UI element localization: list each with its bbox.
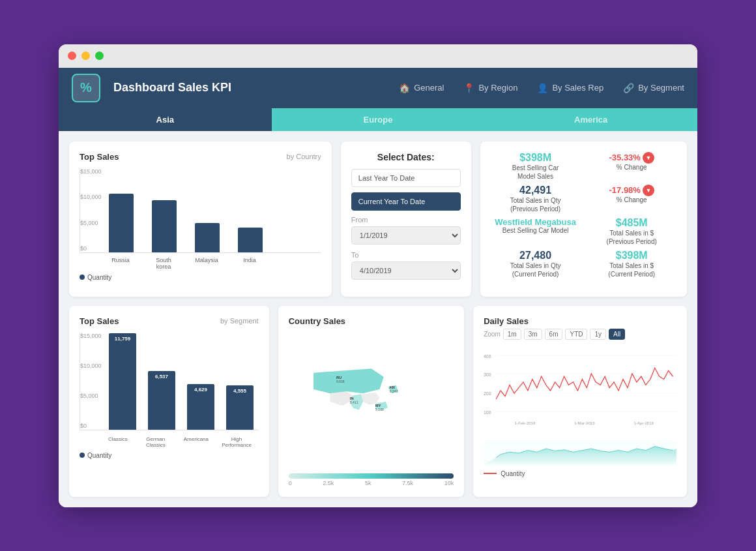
daily-line (496, 368, 673, 399)
country-sales-title: Country Sales (289, 316, 345, 326)
bar-chart-country: $15,000 $10,000 $5,000 $0 (80, 168, 321, 253)
chart-legend-segment: Quantity (80, 452, 259, 459)
kpi-brand: Westfield Megabusa Best Selling Car Mode… (491, 217, 581, 234)
location-icon: 📍 (463, 83, 474, 93)
home-icon: 🏠 (399, 83, 410, 93)
kpi-change-label-1: % Change (587, 164, 676, 171)
logo-icon: % (72, 74, 100, 102)
tab-america[interactable]: America (484, 108, 697, 131)
chart-legend-country: Quantity (80, 274, 321, 281)
dashboard-content: Top Sales by Country $15,000 $10,000 $5,… (59, 131, 697, 507)
daily-sales-card: Daily Sales Zoom 1m 3m 6m YTD 1y All 400 (473, 306, 687, 497)
to-date-select[interactable]: 4/10/2019 (351, 261, 461, 280)
bar-chart-segment: $15,000 $10,000 $5,000 $0 11,759 6,537 (80, 333, 259, 430)
mini-chart-svg (484, 440, 676, 466)
kpi-398m-2: $398M (587, 250, 676, 261)
top-sales-country-card: Top Sales by Country $15,000 $10,000 $5,… (69, 141, 332, 297)
x-label-russia: Russia (108, 257, 133, 270)
bar-india (238, 228, 263, 252)
segment-icon: 🔗 (623, 83, 634, 93)
x-label-high-performance: High Performance (220, 436, 253, 448)
from-date-select[interactable]: 1/1/2019 (351, 226, 461, 245)
map-legend-bar (289, 473, 454, 479)
svg-text:100: 100 (484, 410, 491, 414)
x-label-south-korea: South korea (151, 257, 176, 270)
kpi-total-sales-qty-curr: 27,480 Total Sales in Qty(Current Period… (491, 250, 581, 278)
kpi-485m: $485M (587, 217, 676, 229)
nav-links: 🏠 General 📍 By Region 👤 By Sales Rep 🔗 B… (399, 83, 684, 93)
bar-south-korea (152, 200, 177, 252)
nav-general[interactable]: 🏠 General (399, 83, 444, 93)
kpi-best-selling-sales: $398M Best Selling CarModel Sales (491, 152, 581, 181)
last-year-btn[interactable]: Last Year To Date (351, 169, 461, 187)
map-label-in: IN (349, 396, 353, 400)
minimize-btn[interactable] (81, 52, 90, 60)
date-selector-title: Select Dates: (351, 152, 461, 162)
mini-area (484, 446, 676, 464)
zoom-3m[interactable]: 3m (524, 329, 542, 340)
zoom-controls: Zoom 1m 3m 6m YTD 1y All (484, 329, 676, 340)
arrow-down-icon-1: ▼ (643, 152, 654, 164)
zoom-all[interactable]: All (609, 329, 625, 340)
kpi-panel: $398M Best Selling CarModel Sales -35.33… (480, 141, 687, 297)
x-label-classics: Classics (108, 436, 128, 448)
daily-legend: Quantity (484, 470, 676, 477)
zoom-1m[interactable]: 1m (503, 329, 521, 340)
x-label-malaysia: Malaysia (194, 257, 219, 270)
legend-dot-country (80, 275, 85, 280)
tab-asia[interactable]: Asia (59, 108, 272, 131)
daily-chart-svg: 400 300 200 100 1-Feb-2019 1-Mar-201 (484, 345, 676, 436)
kpi-change-pct-2: -17.98% ▼ (587, 185, 676, 196)
main-window: % Dashboard Sales KPI 🏠 General 📍 By Reg… (59, 44, 697, 507)
svg-text:200: 200 (484, 391, 491, 395)
nav-by-sales-rep[interactable]: 👤 By Sales Rep (537, 83, 603, 93)
svg-text:1-Apr-2019: 1-Apr-2019 (634, 421, 654, 425)
zoom-label: Zoom (484, 331, 501, 338)
date-selector-card: Select Dates: Last Year To Date Current … (341, 141, 471, 297)
zoom-1y[interactable]: 1y (590, 329, 606, 340)
top-row: Top Sales by Country $15,000 $10,000 $5,… (69, 141, 687, 297)
top-sales-segment-subtitle: by Segment (220, 317, 259, 325)
close-btn[interactable] (68, 52, 76, 60)
map-value-ru: 9,606 (336, 380, 345, 383)
legend-dot-segment (80, 453, 85, 458)
map-russia (313, 368, 384, 393)
map-value-my: 5,106 (375, 407, 384, 411)
kpi-total-sales-dollar-prev: $485M Total Sales in $(Previous Period) (587, 217, 676, 246)
tab-europe[interactable]: Europe (272, 108, 485, 131)
kpi-total-sales-qty-prev: 42,491 Total Sales in Qty(Previous Perio… (491, 185, 581, 213)
kpi-398m-1: $398M (491, 152, 581, 164)
kpi-42491: 42,491 (491, 185, 581, 196)
zoom-6m[interactable]: 6m (545, 329, 563, 340)
bar-americana: 4,629 (187, 384, 214, 430)
current-year-btn[interactable]: Current Year To Date (351, 192, 461, 211)
navbar: % Dashboard Sales KPI 🏠 General 📍 By Reg… (59, 68, 697, 108)
top-sales-country-title: Top Sales (80, 152, 119, 162)
map-legend-labels: 0 2.5k 5k 7.5k 10k (289, 480, 454, 486)
kpi-change-2: -17.98% ▼ % Change (587, 185, 676, 203)
zoom-ytd[interactable]: YTD (565, 329, 587, 340)
daily-sales-title: Daily Sales (484, 316, 529, 326)
nav-by-region[interactable]: 📍 By Region (463, 83, 517, 93)
line-chart: 400 300 200 100 1-Feb-2019 1-Mar-201 (484, 345, 676, 436)
top-sales-segment-title: Top Sales (80, 316, 119, 326)
x-label-german-classics: German Classics (139, 436, 172, 448)
map-label-ru: RU (336, 376, 342, 380)
y-axis-seg-labels: $15,000 $10,000 $5,000 $0 (80, 333, 102, 430)
daily-legend-line (484, 473, 497, 474)
bar-german-classics: 6,537 (148, 371, 175, 430)
map-value-in: 3,411 (349, 400, 358, 404)
mini-chart (484, 440, 676, 466)
kpi-brand-name: Westfield Megabusa (491, 217, 581, 227)
app-title: Dashboard Sales KPI (113, 81, 386, 95)
map-label-my: MY (375, 403, 381, 407)
bar-classics: 11,759 (109, 333, 136, 430)
svg-text:400: 400 (484, 353, 491, 358)
maximize-btn[interactable] (95, 52, 104, 60)
bar-high-performance: 4,555 (226, 385, 254, 430)
arrow-down-icon-2: ▼ (643, 185, 654, 196)
map-label-kr: KR (389, 385, 394, 389)
svg-text:1-Mar-2019: 1-Mar-2019 (574, 421, 595, 425)
to-label: To (351, 251, 461, 259)
nav-by-segment[interactable]: 🔗 By Segment (623, 83, 684, 93)
